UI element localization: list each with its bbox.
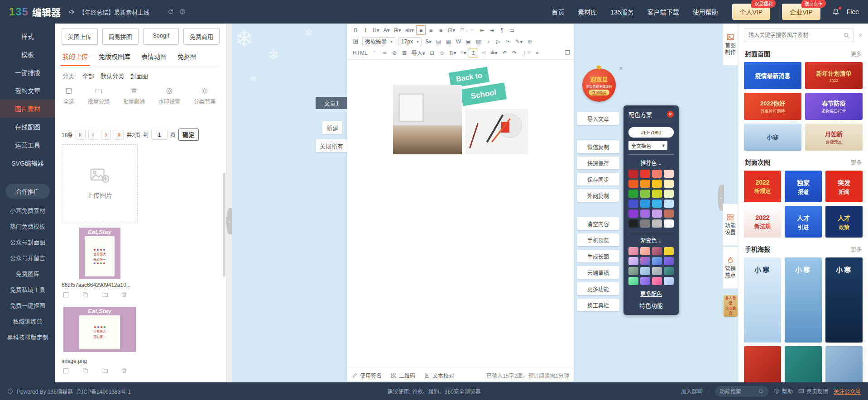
toolbar-button[interactable]: W	[454, 37, 463, 46]
color-swatch[interactable]	[664, 210, 674, 218]
sidebar-promo-item[interactable]: 免费私域工具	[0, 281, 55, 297]
rail-tab[interactable]: 营销 热点	[723, 247, 738, 289]
announcement-link[interactable]: 【年终总结】最新素材上线	[69, 8, 149, 16]
sidebar-promo-item[interactable]: 私域训练营	[0, 313, 55, 329]
cover-thumbnail[interactable]: 人才 政策	[825, 206, 863, 238]
sidebar-promo-item[interactable]: 合作推广	[5, 184, 50, 199]
toolbar-button[interactable]: ≔	[467, 25, 477, 35]
more-posters-link[interactable]: 更多	[851, 245, 862, 253]
toolbar-button[interactable]: ”	[370, 48, 379, 57]
gradient-swatch[interactable]	[640, 257, 650, 265]
toolbar-button[interactable]: HTML	[351, 48, 369, 57]
recommended-colors-label[interactable]: 推荐色	[628, 159, 674, 167]
content-photo-classroom[interactable]	[393, 85, 462, 154]
quick-menu-item[interactable]: 保存同步	[577, 173, 619, 186]
poster-thumbnail[interactable]	[825, 346, 863, 382]
hex-color-input[interactable]	[628, 127, 674, 138]
folder-icon[interactable]	[101, 367, 108, 374]
proofread-button[interactable]: 文本校对	[424, 371, 454, 379]
quick-menu-item[interactable]: 微信复制	[577, 140, 619, 153]
sidebar-item[interactable]: 一键排版	[0, 63, 55, 81]
help-circle-icon[interactable]	[179, 9, 186, 15]
color-swatch[interactable]	[652, 170, 662, 178]
gradient-swatch[interactable]	[628, 277, 638, 285]
gradient-swatch[interactable]	[664, 277, 674, 285]
toolbar-button[interactable]: ✎▾	[513, 37, 524, 46]
toolbar-button[interactable]: ⊞▾	[392, 25, 403, 35]
copy-icon[interactable]	[82, 367, 89, 374]
gradient-swatch[interactable]	[628, 247, 638, 255]
sidebar-promo-item[interactable]: 公众号封面图	[0, 234, 55, 250]
toolbar-button[interactable]: ≡▾	[459, 48, 468, 57]
sidebar-item[interactable]: 图片素材	[0, 100, 55, 118]
category-cover[interactable]: 封面图	[130, 71, 148, 80]
more-secondary-link[interactable]: 更多	[851, 158, 862, 166]
batch-action[interactable]: 全选	[63, 87, 74, 105]
color-swatch[interactable]	[652, 180, 662, 188]
cover-search-box[interactable]	[744, 28, 854, 42]
sidebar-promo-item[interactable]: 公众号开留言	[0, 250, 55, 266]
quick-menu-item[interactable]: 更多功能	[577, 282, 619, 295]
notification-bell[interactable]	[832, 8, 839, 15]
sidebar-promo-item[interactable]: 免费一键抠图	[0, 297, 55, 313]
color-swatch[interactable]	[652, 190, 662, 198]
toolbar-button[interactable]: ⊣	[479, 48, 488, 57]
recolor-mode-select[interactable]: 全文换色	[628, 141, 667, 150]
vip-button[interactable]: 企业VIP 送京东卡	[782, 4, 820, 20]
quick-menu-item[interactable]: 快速保存	[577, 157, 619, 169]
quick-menu-item[interactable]: 云端草稿	[577, 266, 619, 279]
sidebar-promo-item[interactable]: 免费图库	[0, 266, 55, 281]
toolbar-button[interactable]: ▤	[434, 37, 443, 46]
poster-thumbnail[interactable]: 小寒	[785, 257, 822, 343]
promo-cta[interactable]: 立即购买	[589, 90, 609, 95]
toolbar-button[interactable]: ≡	[436, 25, 446, 35]
gradient-swatch[interactable]	[652, 247, 662, 255]
toolbar-button[interactable]: ▨	[474, 37, 483, 46]
toolbar-button[interactable]: U▾	[371, 25, 381, 35]
copy-icon[interactable]	[82, 291, 89, 298]
cover-search-input[interactable]	[748, 32, 840, 38]
image-thumbnail[interactable]: Eat,Stay 世界很大 开心第一	[62, 304, 138, 355]
enterprise-badge[interactable]: 多人登录 企业会员	[724, 295, 738, 317]
last-page-button[interactable]	[114, 130, 124, 140]
select-checkbox[interactable]	[62, 367, 69, 374]
color-swatch[interactable]	[640, 219, 650, 228]
cover-thumbnail[interactable]: 突发 新闻	[825, 171, 863, 202]
gradient-swatch[interactable]	[640, 247, 650, 255]
fullscreen-icon[interactable]: ❐	[565, 49, 570, 56]
toolbar-button[interactable]: ▣	[464, 37, 473, 46]
folder-icon[interactable]	[101, 291, 108, 298]
toolbar-button[interactable]: ⌖	[532, 48, 542, 57]
quick-menu-item[interactable]: 外网复制	[577, 189, 619, 202]
promo-close-icon[interactable]: ×	[619, 64, 623, 72]
toolbar-button[interactable]: I	[361, 25, 370, 35]
sidebar-item[interactable]: 样式	[0, 27, 55, 45]
new-doc-icon[interactable]	[351, 37, 360, 46]
toolbar-button[interactable]: 导入▾	[410, 48, 427, 57]
toolbar-button[interactable]: B	[351, 25, 360, 35]
special-features-label[interactable]: 特色功能	[628, 301, 674, 310]
app-logo[interactable]: 135 编辑器	[9, 5, 61, 19]
document-tab[interactable]: 文章1	[316, 97, 347, 109]
toolbar-button[interactable]: S̶▾	[423, 37, 433, 46]
topnav-link[interactable]: 素材库	[578, 7, 597, 16]
vip-button[interactable]: 个人VIP 双旦福利	[732, 4, 771, 20]
next-page-button[interactable]	[101, 130, 111, 140]
toolbar-button[interactable]: ⊘	[390, 48, 399, 57]
sidebar-item[interactable]: SVG编辑器	[0, 154, 55, 172]
toolbar-button[interactable]: ↷	[510, 48, 519, 57]
sidebar-promo-item[interactable]: 黑科技排版定制	[0, 329, 55, 345]
follow-official-link[interactable]: 关注公众号	[834, 387, 861, 395]
cover-thumbnail[interactable]: 2022 新规定	[744, 171, 781, 202]
toolbar-button[interactable]: ♪	[484, 37, 493, 46]
color-swatch[interactable]	[640, 180, 650, 188]
color-swatch[interactable]	[628, 219, 638, 228]
gradient-swatch[interactable]	[664, 247, 674, 255]
color-swatch[interactable]	[652, 200, 662, 208]
cover-thumbnail[interactable]: 2022 新法规	[744, 206, 781, 238]
color-swatch[interactable]	[664, 190, 674, 198]
prev-page-button[interactable]	[88, 130, 98, 140]
toolbar-button[interactable]: ▦	[444, 37, 453, 46]
quick-menu-item[interactable]: 导入文章	[577, 112, 619, 125]
first-page-button[interactable]	[76, 130, 86, 140]
